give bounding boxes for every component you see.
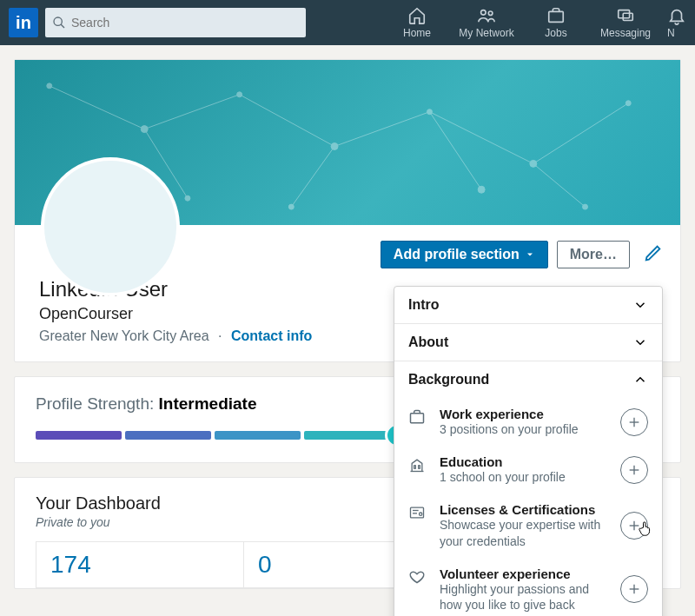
messaging-icon xyxy=(616,6,635,25)
meter-seg xyxy=(125,431,211,440)
svg-point-23 xyxy=(626,101,631,106)
dropdown-section-about[interactable]: About xyxy=(394,324,662,361)
add-profile-section-button[interactable]: Add profile section xyxy=(381,241,548,268)
svg-rect-6 xyxy=(623,13,632,20)
svg-line-11 xyxy=(429,112,533,164)
nav-notifications[interactable]: N xyxy=(660,6,686,39)
heart-icon xyxy=(408,568,426,586)
search-input[interactable] xyxy=(71,16,299,30)
licenses-desc: Showcase your expertise with your creden… xyxy=(440,517,608,548)
svg-point-26 xyxy=(478,186,485,193)
profile-hero-card: Add profile section More… LinkedIn User … xyxy=(14,59,681,362)
add-work-button[interactable] xyxy=(620,408,648,436)
briefcase-icon xyxy=(408,408,426,426)
education-icon xyxy=(408,456,426,474)
work-desc: 3 positions on your profile xyxy=(440,421,608,437)
svg-point-38 xyxy=(420,513,422,515)
stat-value: 174 xyxy=(50,551,229,579)
svg-point-27 xyxy=(583,204,588,209)
background-item-work: Work experience 3 positions on your prof… xyxy=(408,398,648,446)
nav-notifications-label: N xyxy=(667,27,675,39)
education-desc: 1 school on your profile xyxy=(440,469,608,485)
svg-line-7 xyxy=(50,86,144,129)
svg-point-0 xyxy=(54,17,62,25)
network-icon xyxy=(477,6,496,25)
background-item-volunteer: Volunteer experience Highlight your pass… xyxy=(408,558,648,616)
edit-profile-button[interactable] xyxy=(644,243,663,266)
svg-rect-31 xyxy=(414,466,416,468)
contact-info-link[interactable]: Contact info xyxy=(231,328,312,343)
svg-point-24 xyxy=(185,195,190,201)
caret-down-icon xyxy=(525,249,535,260)
svg-rect-28 xyxy=(411,414,424,423)
chevron-up-icon xyxy=(632,372,648,387)
svg-point-19 xyxy=(237,92,242,97)
add-licenses-button[interactable] xyxy=(620,512,648,540)
linkedin-logo[interactable]: in xyxy=(9,8,38,37)
add-section-dropdown: Intro About Background xyxy=(394,286,663,616)
strength-prefix: Profile Strength: xyxy=(36,394,159,413)
nav-messaging[interactable]: Messaging xyxy=(591,6,660,39)
svg-line-12 xyxy=(533,103,628,164)
nav-home-label: Home xyxy=(403,27,431,39)
work-title: Work experience xyxy=(440,407,608,421)
bell-icon xyxy=(667,6,686,25)
svg-line-8 xyxy=(144,95,239,129)
profile-location: Greater New York City Area xyxy=(39,328,209,343)
dropdown-section-background[interactable]: Background xyxy=(394,361,662,398)
svg-point-3 xyxy=(488,11,493,16)
plus-icon xyxy=(627,463,641,477)
svg-rect-32 xyxy=(419,466,420,468)
chevron-down-icon xyxy=(632,297,648,313)
education-title: Education xyxy=(440,454,608,469)
background-item-education: Education 1 school on your profile xyxy=(408,446,648,493)
dropdown-section-intro[interactable]: Intro xyxy=(394,287,662,323)
chevron-down-icon xyxy=(632,334,648,350)
svg-point-21 xyxy=(427,109,432,115)
add-volunteer-button[interactable] xyxy=(620,575,648,603)
svg-line-1 xyxy=(61,24,64,28)
more-button[interactable]: More… xyxy=(557,241,630,268)
svg-point-17 xyxy=(47,83,52,89)
plus-icon xyxy=(627,415,641,429)
svg-line-15 xyxy=(429,112,481,190)
dropdown-section-about-label: About xyxy=(408,334,448,350)
nav-jobs-label: Jobs xyxy=(545,27,566,39)
svg-point-2 xyxy=(481,10,486,15)
add-profile-section-label: Add profile section xyxy=(394,247,520,262)
volunteer-title: Volunteer experience xyxy=(440,566,608,581)
nav-network-label: My Network xyxy=(459,27,513,39)
home-icon xyxy=(407,6,427,25)
svg-point-22 xyxy=(530,160,537,167)
dashboard-stat[interactable]: 174 xyxy=(36,542,244,587)
volunteer-desc: Highlight your passions and how you like… xyxy=(440,581,608,613)
svg-point-18 xyxy=(141,126,148,133)
meter-seg xyxy=(36,431,122,440)
dropdown-section-background-label: Background xyxy=(408,372,489,387)
search-icon xyxy=(52,16,66,30)
search-box[interactable] xyxy=(45,8,306,37)
meter-seg xyxy=(215,431,301,440)
licenses-title: Licenses & Certifications xyxy=(440,502,608,517)
nav-messaging-label: Messaging xyxy=(600,27,651,39)
svg-rect-4 xyxy=(549,11,564,22)
svg-line-16 xyxy=(533,163,586,207)
svg-line-9 xyxy=(240,95,334,147)
avatar[interactable] xyxy=(41,157,180,296)
plus-icon xyxy=(627,582,641,596)
nav-home[interactable]: Home xyxy=(382,6,452,39)
jobs-icon xyxy=(546,6,566,25)
svg-line-10 xyxy=(334,112,429,147)
nav-jobs[interactable]: Jobs xyxy=(521,6,591,39)
nav-network[interactable]: My Network xyxy=(452,6,521,39)
dropdown-section-intro-label: Intro xyxy=(408,297,440,313)
add-education-button[interactable] xyxy=(620,456,648,484)
svg-point-20 xyxy=(331,142,338,149)
svg-line-14 xyxy=(291,146,334,207)
pencil-icon xyxy=(644,243,663,262)
svg-rect-5 xyxy=(619,10,630,18)
certificate-icon xyxy=(408,504,426,521)
meter-seg xyxy=(304,431,390,440)
background-item-licenses: Licenses & Certifications Showcase your … xyxy=(408,493,648,557)
svg-point-25 xyxy=(288,204,294,209)
